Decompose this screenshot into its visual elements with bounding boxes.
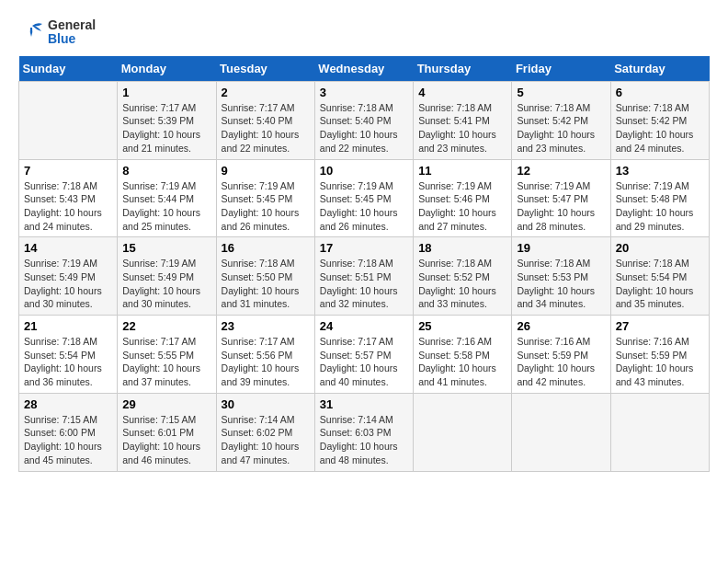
weekday-header-sunday: Sunday [19, 56, 118, 82]
day-info: Sunrise: 7:17 AM Sunset: 5:56 PM Dayligh… [222, 335, 310, 389]
weekday-header-friday: Friday [512, 56, 610, 82]
logo-general: General [48, 18, 96, 32]
calendar-cell: 12Sunrise: 7:19 AM Sunset: 5:47 PM Dayli… [512, 159, 610, 237]
day-number: 25 [418, 319, 506, 333]
calendar-cell: 16Sunrise: 7:18 AM Sunset: 5:50 PM Dayli… [216, 237, 314, 316]
day-info: Sunrise: 7:18 AM Sunset: 5:51 PM Dayligh… [320, 257, 408, 311]
calendar-cell: 4Sunrise: 7:18 AM Sunset: 5:41 PM Daylig… [414, 81, 512, 159]
logo-container: General Blue [18, 18, 96, 47]
calendar-cell: 9Sunrise: 7:19 AM Sunset: 5:45 PM Daylig… [216, 159, 314, 237]
day-number: 24 [320, 319, 408, 333]
day-info: Sunrise: 7:18 AM Sunset: 5:54 PM Dayligh… [616, 257, 704, 311]
calendar-cell: 27Sunrise: 7:16 AM Sunset: 5:59 PM Dayli… [610, 316, 709, 394]
day-number: 12 [517, 164, 605, 178]
day-number: 22 [122, 319, 210, 333]
day-info: Sunrise: 7:19 AM Sunset: 5:49 PM Dayligh… [122, 257, 210, 311]
logo: General Blue [18, 18, 96, 47]
calendar-cell: 2Sunrise: 7:17 AM Sunset: 5:40 PM Daylig… [216, 81, 314, 159]
logo-bird-icon [18, 18, 46, 46]
day-info: Sunrise: 7:17 AM Sunset: 5:40 PM Dayligh… [222, 101, 310, 155]
calendar-cell: 18Sunrise: 7:18 AM Sunset: 5:52 PM Dayli… [414, 237, 512, 316]
day-number: 6 [616, 86, 704, 99]
weekday-header-wednesday: Wednesday [314, 56, 413, 82]
weekday-header-monday: Monday [118, 56, 216, 82]
day-info: Sunrise: 7:17 AM Sunset: 5:39 PM Dayligh… [122, 101, 210, 155]
day-number: 23 [222, 319, 310, 333]
calendar-cell: 17Sunrise: 7:18 AM Sunset: 5:51 PM Dayli… [314, 237, 413, 316]
calendar-cell: 15Sunrise: 7:19 AM Sunset: 5:49 PM Dayli… [118, 237, 216, 316]
day-number: 26 [517, 319, 605, 333]
calendar-cell: 14Sunrise: 7:19 AM Sunset: 5:49 PM Dayli… [19, 237, 118, 316]
day-info: Sunrise: 7:18 AM Sunset: 5:53 PM Dayligh… [517, 257, 605, 311]
day-info: Sunrise: 7:18 AM Sunset: 5:43 PM Dayligh… [24, 179, 112, 234]
day-info: Sunrise: 7:18 AM Sunset: 5:40 PM Dayligh… [320, 101, 408, 155]
calendar-cell: 19Sunrise: 7:18 AM Sunset: 5:53 PM Dayli… [512, 237, 610, 316]
day-info: Sunrise: 7:16 AM Sunset: 5:58 PM Dayligh… [418, 335, 506, 389]
calendar-cell: 28Sunrise: 7:15 AM Sunset: 6:00 PM Dayli… [19, 393, 118, 471]
logo-blue: Blue [48, 32, 96, 46]
day-info: Sunrise: 7:18 AM Sunset: 5:54 PM Dayligh… [24, 335, 112, 389]
calendar-cell: 11Sunrise: 7:19 AM Sunset: 5:46 PM Dayli… [414, 159, 512, 237]
day-number: 3 [320, 86, 408, 99]
day-info: Sunrise: 7:18 AM Sunset: 5:42 PM Dayligh… [616, 101, 704, 155]
day-info: Sunrise: 7:18 AM Sunset: 5:52 PM Dayligh… [418, 257, 506, 311]
day-number: 13 [616, 164, 704, 178]
calendar-week-row: 7Sunrise: 7:18 AM Sunset: 5:43 PM Daylig… [19, 159, 710, 237]
day-number: 16 [222, 241, 310, 255]
calendar-cell: 7Sunrise: 7:18 AM Sunset: 5:43 PM Daylig… [19, 159, 118, 237]
day-number: 1 [122, 86, 210, 99]
weekday-header-row: SundayMondayTuesdayWednesdayThursdayFrid… [19, 56, 710, 82]
day-info: Sunrise: 7:18 AM Sunset: 5:42 PM Dayligh… [517, 101, 605, 155]
calendar-cell: 6Sunrise: 7:18 AM Sunset: 5:42 PM Daylig… [610, 81, 709, 159]
day-info: Sunrise: 7:18 AM Sunset: 5:50 PM Dayligh… [222, 257, 310, 311]
calendar-cell: 21Sunrise: 7:18 AM Sunset: 5:54 PM Dayli… [19, 316, 118, 394]
day-number: 15 [122, 241, 210, 255]
day-number: 31 [320, 397, 408, 411]
calendar-cell: 23Sunrise: 7:17 AM Sunset: 5:56 PM Dayli… [216, 316, 314, 394]
day-number: 14 [24, 241, 112, 255]
day-info: Sunrise: 7:14 AM Sunset: 6:02 PM Dayligh… [222, 413, 310, 467]
calendar-cell: 25Sunrise: 7:16 AM Sunset: 5:58 PM Dayli… [414, 316, 512, 394]
day-number: 19 [517, 241, 605, 255]
calendar-cell [512, 393, 610, 471]
day-info: Sunrise: 7:15 AM Sunset: 6:01 PM Dayligh… [122, 413, 210, 467]
weekday-header-thursday: Thursday [414, 56, 512, 82]
calendar-cell: 30Sunrise: 7:14 AM Sunset: 6:02 PM Dayli… [216, 393, 314, 471]
day-info: Sunrise: 7:14 AM Sunset: 6:03 PM Dayligh… [320, 413, 408, 467]
calendar-cell: 24Sunrise: 7:17 AM Sunset: 5:57 PM Dayli… [314, 316, 413, 394]
day-number: 10 [320, 164, 408, 178]
calendar-cell [19, 81, 118, 159]
day-info: Sunrise: 7:19 AM Sunset: 5:44 PM Dayligh… [122, 179, 210, 234]
calendar-cell: 26Sunrise: 7:16 AM Sunset: 5:59 PM Dayli… [512, 316, 610, 394]
calendar-cell: 8Sunrise: 7:19 AM Sunset: 5:44 PM Daylig… [118, 159, 216, 237]
day-info: Sunrise: 7:19 AM Sunset: 5:48 PM Dayligh… [616, 179, 704, 234]
day-number: 17 [320, 241, 408, 255]
day-info: Sunrise: 7:16 AM Sunset: 5:59 PM Dayligh… [517, 335, 605, 389]
day-number: 11 [418, 164, 506, 178]
day-info: Sunrise: 7:18 AM Sunset: 5:41 PM Dayligh… [418, 101, 506, 155]
day-number: 8 [122, 164, 210, 178]
calendar-cell: 3Sunrise: 7:18 AM Sunset: 5:40 PM Daylig… [314, 81, 413, 159]
calendar-week-row: 14Sunrise: 7:19 AM Sunset: 5:49 PM Dayli… [19, 237, 710, 316]
day-number: 20 [616, 241, 704, 255]
calendar-week-row: 1Sunrise: 7:17 AM Sunset: 5:39 PM Daylig… [19, 81, 710, 159]
calendar-cell: 1Sunrise: 7:17 AM Sunset: 5:39 PM Daylig… [118, 81, 216, 159]
day-info: Sunrise: 7:19 AM Sunset: 5:45 PM Dayligh… [320, 179, 408, 234]
day-number: 2 [222, 86, 310, 99]
day-number: 7 [24, 164, 112, 178]
calendar-cell: 22Sunrise: 7:17 AM Sunset: 5:55 PM Dayli… [118, 316, 216, 394]
day-number: 5 [517, 86, 605, 99]
day-info: Sunrise: 7:19 AM Sunset: 5:49 PM Dayligh… [24, 257, 112, 311]
day-number: 30 [222, 397, 310, 411]
calendar-cell: 10Sunrise: 7:19 AM Sunset: 5:45 PM Dayli… [314, 159, 413, 237]
day-number: 4 [418, 86, 506, 99]
day-number: 9 [222, 164, 310, 178]
calendar-cell: 5Sunrise: 7:18 AM Sunset: 5:42 PM Daylig… [512, 81, 610, 159]
day-number: 18 [418, 241, 506, 255]
logo-text: General Blue [48, 18, 96, 47]
day-info: Sunrise: 7:17 AM Sunset: 5:55 PM Dayligh… [122, 335, 210, 389]
day-number: 29 [122, 397, 210, 411]
calendar-cell: 29Sunrise: 7:15 AM Sunset: 6:01 PM Dayli… [118, 393, 216, 471]
calendar-cell [414, 393, 512, 471]
calendar-week-row: 28Sunrise: 7:15 AM Sunset: 6:00 PM Dayli… [19, 393, 710, 471]
